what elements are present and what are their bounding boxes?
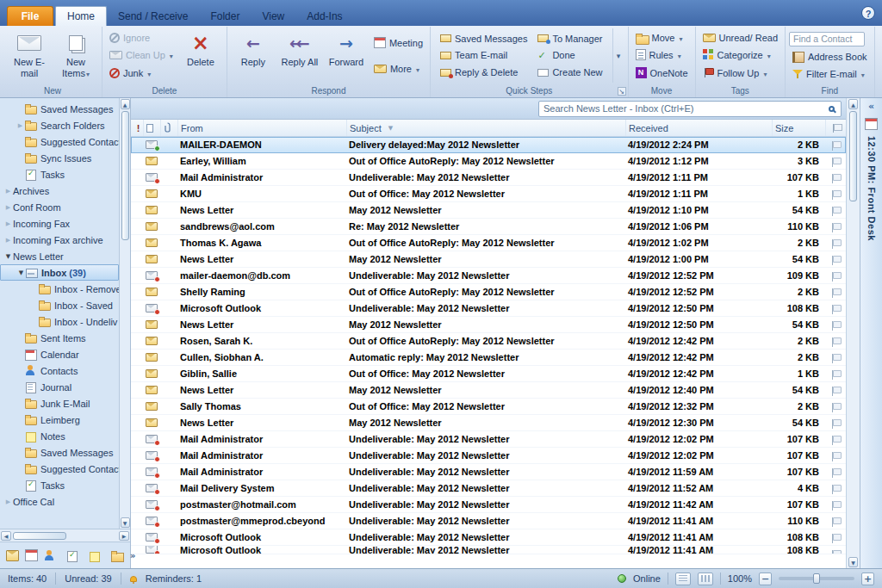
quick-step-item[interactable]: Done bbox=[535, 47, 605, 65]
sidebar-folder-item[interactable]: Inbox - Undeliv bbox=[0, 313, 119, 330]
flag-icon[interactable] bbox=[825, 464, 846, 480]
flag-icon[interactable] bbox=[825, 366, 846, 381]
sidebar-folder-item[interactable]: Calendar bbox=[0, 346, 119, 362]
icon-column-header[interactable] bbox=[143, 120, 160, 136]
scroll-down-icon[interactable] bbox=[121, 517, 130, 528]
zoom-slider-thumb[interactable] bbox=[813, 573, 820, 584]
email-row[interactable]: Giblin, Sallie Out of Office: May 2012 N… bbox=[131, 366, 846, 382]
email-row[interactable]: Microsoft Outlook Undeliverable: May 201… bbox=[131, 300, 846, 317]
email-row[interactable]: Microsoft Outlook Undeliverable: May 201… bbox=[131, 546, 846, 554]
quick-step-item[interactable]: To Manager bbox=[535, 30, 605, 47]
online-status-label[interactable]: Online bbox=[633, 573, 661, 584]
ribbon-tab[interactable]: Home bbox=[55, 6, 107, 26]
flag-icon[interactable] bbox=[825, 219, 846, 234]
scrollbar-thumb[interactable] bbox=[13, 532, 66, 540]
mail-module-icon[interactable] bbox=[6, 550, 19, 561]
flag-icon[interactable] bbox=[825, 202, 846, 218]
flag-icon[interactable] bbox=[825, 448, 846, 463]
message-list-scrollbar[interactable] bbox=[846, 98, 860, 568]
flag-icon[interactable] bbox=[825, 235, 846, 251]
email-row[interactable]: News Letter May 2012 Newsletter 4/19/201… bbox=[131, 317, 846, 333]
reply-all-button[interactable]: Reply All bbox=[277, 28, 322, 83]
size-column-header[interactable]: Size bbox=[772, 120, 825, 136]
sidebar-folder-item[interactable]: News Letter bbox=[0, 248, 119, 264]
from-column-header[interactable]: From bbox=[177, 120, 346, 136]
flag-icon[interactable] bbox=[825, 399, 846, 414]
todo-bar-collapsed[interactable]: 12:30 PM: Front Desk bbox=[860, 98, 882, 568]
email-row[interactable]: Rosen, Sarah K. Out of Office AutoReply:… bbox=[131, 333, 846, 350]
new-items-button[interactable]: New Items bbox=[53, 28, 98, 83]
quick-steps-dialog-launcher-icon[interactable] bbox=[618, 87, 626, 96]
email-row[interactable]: KMU Out of Office: May 2012 Newsletter 4… bbox=[131, 186, 846, 202]
sidebar-folder-item[interactable]: Tasks bbox=[0, 166, 119, 183]
folder-list-module-icon[interactable] bbox=[111, 550, 124, 561]
scroll-down-icon[interactable] bbox=[848, 557, 858, 567]
delete-button[interactable]: Delete bbox=[178, 28, 223, 83]
flag-icon[interactable] bbox=[825, 513, 846, 529]
ribbon-tab[interactable]: Folder bbox=[199, 6, 251, 26]
scrollbar-thumb[interactable] bbox=[121, 111, 129, 240]
email-row[interactable]: News Letter May 2012 Newsletter 4/19/201… bbox=[131, 251, 846, 268]
reply-button[interactable]: Reply bbox=[231, 28, 276, 83]
sidebar-folder-item[interactable]: Journal bbox=[0, 379, 119, 395]
scroll-left-icon[interactable] bbox=[1, 531, 11, 541]
flag-icon[interactable] bbox=[825, 529, 846, 545]
clean-up-button[interactable]: Clean Up bbox=[106, 49, 177, 61]
quick-steps-more-button[interactable] bbox=[612, 28, 624, 83]
flag-icon[interactable] bbox=[825, 170, 846, 185]
sidebar-folder-item[interactable]: Sent Items bbox=[0, 330, 119, 346]
received-column-header[interactable]: Received bbox=[625, 120, 772, 136]
rules-button[interactable]: Rules bbox=[632, 48, 692, 61]
expand-arrow-icon[interactable] bbox=[3, 204, 13, 211]
sidebar-folder-item[interactable]: Inbox - Removed bbox=[0, 281, 119, 297]
tasks-module-icon[interactable] bbox=[66, 550, 79, 561]
normal-view-button[interactable] bbox=[675, 573, 691, 585]
importance-column-header[interactable]: ! bbox=[131, 120, 143, 136]
flag-icon[interactable] bbox=[825, 186, 846, 201]
scrollbar-thumb[interactable] bbox=[849, 111, 857, 201]
sidebar-folder-item[interactable]: Suggested Contacts bbox=[0, 133, 119, 150]
help-icon[interactable] bbox=[861, 6, 875, 20]
email-row[interactable]: Mail Administrator Undeliverable: May 20… bbox=[131, 464, 846, 480]
unread-read-button[interactable]: Unread/ Read bbox=[699, 32, 782, 44]
expand-todo-bar-icon[interactable] bbox=[868, 101, 874, 112]
expand-arrow-icon[interactable] bbox=[3, 220, 13, 227]
attachment-column-header[interactable] bbox=[160, 120, 177, 136]
navigation-horizontal-scrollbar[interactable] bbox=[0, 529, 130, 542]
new-email-button[interactable]: New E-mail bbox=[7, 28, 52, 83]
flag-icon[interactable] bbox=[825, 137, 846, 152]
sidebar-folder-item[interactable]: Archives bbox=[0, 183, 119, 199]
sidebar-folder-item[interactable]: Tasks bbox=[0, 477, 119, 493]
email-row[interactable]: MAILER-DAEMON Delivery delayed:May 2012 … bbox=[131, 137, 846, 153]
sidebar-folder-item[interactable]: Incoming Fax bbox=[0, 215, 119, 232]
onenote-button[interactable]: OneNote bbox=[632, 66, 692, 79]
notes-module-icon[interactable] bbox=[89, 550, 102, 561]
meeting-button[interactable]: Meeting bbox=[370, 36, 426, 49]
email-row[interactable]: News Letter May 2012 Newsletter 4/19/201… bbox=[131, 382, 846, 399]
email-row[interactable]: Microsoft Outlook Undeliverable: May 201… bbox=[131, 529, 846, 546]
sidebar-folder-item[interactable]: Inbox - Saved bbox=[0, 297, 119, 313]
expand-arrow-icon[interactable] bbox=[3, 237, 13, 244]
sidebar-folder-item[interactable]: Inbox (39) bbox=[0, 264, 119, 281]
move-button[interactable]: Move bbox=[632, 32, 692, 44]
expand-arrow-icon[interactable] bbox=[3, 188, 13, 195]
email-row[interactable]: News Letter May 2012 Newsletter 4/19/201… bbox=[131, 202, 846, 219]
junk-button[interactable]: Junk bbox=[106, 67, 177, 79]
email-row[interactable]: Mail Administrator Undeliverable: May 20… bbox=[131, 170, 846, 186]
flag-icon[interactable] bbox=[825, 480, 846, 496]
flag-icon[interactable] bbox=[825, 497, 846, 512]
ribbon-tab[interactable]: View bbox=[251, 6, 295, 26]
quick-step-item[interactable]: Create New bbox=[535, 64, 605, 81]
email-row[interactable]: postmaster@hotmail.com Undeliverable: Ma… bbox=[131, 497, 846, 513]
sidebar-folder-item[interactable]: Sync Issues bbox=[0, 150, 119, 166]
zoom-out-button[interactable] bbox=[759, 573, 772, 585]
sidebar-folder-item[interactable]: Incoming Fax archive bbox=[0, 232, 119, 248]
email-row[interactable]: Shelly Raming Out of Office AutoReply: M… bbox=[131, 284, 846, 300]
zoom-slider[interactable] bbox=[779, 577, 854, 580]
flag-icon[interactable] bbox=[825, 415, 846, 430]
flag-icon[interactable] bbox=[825, 333, 846, 349]
sidebar-folder-item[interactable]: Leimberg bbox=[0, 412, 119, 428]
expand-arrow-icon[interactable] bbox=[16, 122, 25, 129]
flag-icon[interactable] bbox=[825, 153, 846, 169]
email-row[interactable]: Earley, William Out of Office AutoReply:… bbox=[131, 153, 846, 170]
